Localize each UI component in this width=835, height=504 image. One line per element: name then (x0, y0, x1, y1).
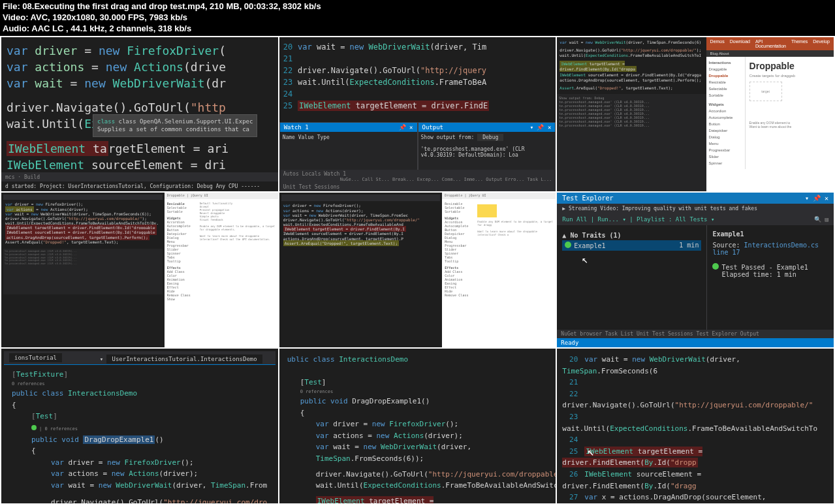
thumbnail-7[interactable]: ionsTutorial ▾ UserInteractionsTutorial.… (1, 349, 278, 503)
thumbnail-5[interactable]: var driver = new FirefoxDriver(); var ac… (279, 193, 556, 347)
cursor-icon: ↖ (582, 253, 721, 266)
drop-target[interactable]: target (749, 82, 782, 101)
thumbnail-grid: var driver = new FirefoxDriver( var acti… (0, 36, 835, 504)
test-tree[interactable]: ▲ No Traits (1) Example1 1 min ↖ (557, 225, 706, 347)
jq-sidebar[interactable]: Interactions Draggable Droppable Resizab… (706, 57, 746, 169)
jq-nav[interactable]: DemosDownloadAPI DocumentationThemesDeve… (706, 37, 834, 50)
cursor-icon: ↖ (587, 443, 594, 462)
close-icon[interactable]: ▾ 📌 ✕ (805, 195, 828, 202)
editor-tabs[interactable]: ionsTutorial ▾ UserInteractionsTutorial.… (4, 351, 276, 365)
code-line: var actions = new Actions(drive (7, 59, 273, 75)
page-title: Droppable (749, 61, 830, 71)
test-details: Example1 Source: InteractionsDemo.cs lin… (706, 225, 834, 347)
build-tabs[interactable]: mcs · Build (1, 172, 278, 182)
test-toolbar[interactable]: Run All | Run... ▾ | Playlist : All Test… (557, 213, 834, 225)
test-explorer-header: Test Explorer ▾ 📌 ✕ (557, 193, 834, 204)
video-info: Video: AVC, 1920x1080, 30.000 FPS, 7983 … (3, 12, 832, 24)
build-output: d started: Project: UserInteractionsTuto… (1, 181, 278, 191)
vs-ide: var driver = new FirefoxDriver(); var ac… (1, 193, 165, 347)
bottom-tabs-left[interactable]: Autos Locals Watch 1 NuGe... Call St... … (279, 170, 556, 183)
browser-docs: Droppable | jQuery UI ResizableSelectabl… (442, 193, 556, 347)
thumbnail-8[interactable]: ublic class InteractionsDemo [Test] 0 re… (279, 349, 556, 503)
code-line: var wait = new WebDriverWait(dr (7, 75, 273, 91)
file-info: File: 08.Executing the first drag and dr… (3, 1, 832, 12)
debug-output: Show output from: Debug te.processhost.m… (557, 94, 706, 192)
vs-ide: var driver = new FirefoxDriver(); var ac… (279, 193, 443, 347)
thumbnail-3[interactable]: var wait = new WebDriverWait(driver, Tim… (557, 37, 834, 192)
code-editor: var wait = new WebDriverWait(driver, Tim… (557, 37, 706, 94)
jquery-ui-docs: DemosDownloadAPI DocumentationThemesDeve… (706, 37, 834, 192)
bottom-tabs[interactable]: NuGet browser Task List Unit Test Sessio… (557, 330, 834, 338)
code-line: driver.Navigate().GoToUrl("http (7, 99, 273, 116)
status-bar: Ready (557, 338, 834, 347)
thumbnail-6[interactable]: Test Explorer ▾ 📌 ✕ ▶ Streaming Video: I… (557, 193, 834, 347)
thumbnail-1[interactable]: var driver = new FirefoxDriver( var acti… (1, 37, 278, 192)
code-line: IWebElement sourceElement = dri (7, 157, 273, 173)
intellisense-tooltip: class class OpenQA.Selenium.Support.UI.E… (93, 114, 257, 137)
code-editor: 20var wait = new WebDriverWait(driver, T… (279, 37, 556, 122)
code-line: IWebElement targetElement = ari (7, 140, 273, 157)
thumbnail-2[interactable]: 20var wait = new WebDriverWait(driver, T… (279, 37, 556, 192)
pin-icon[interactable]: 📌 ✕ (399, 124, 413, 131)
streaming-banner[interactable]: ▶ Streaming Video: Improving quality wit… (557, 204, 834, 213)
media-info-header: File: 08.Executing the first drag and dr… (0, 0, 835, 36)
browser-docs: Droppable | jQuery UI ResizableSelectabl… (165, 193, 278, 347)
thumbnail-9[interactable]: 20var wait = new WebDriverWait(driver, T… (557, 349, 834, 503)
code-line: var driver = new FirefoxDriver( (7, 42, 273, 59)
sessions-tab[interactable]: Unit Test Sessions (279, 183, 556, 191)
thumbnail-4[interactable]: var driver = new FirefoxDriver(); var ac… (1, 193, 278, 347)
audio-info: Audio: AAC LC , 44.1 kHz, 2 channels, 31… (3, 24, 832, 35)
pin-icon[interactable]: ▾ 📌 ✕ (530, 124, 552, 131)
